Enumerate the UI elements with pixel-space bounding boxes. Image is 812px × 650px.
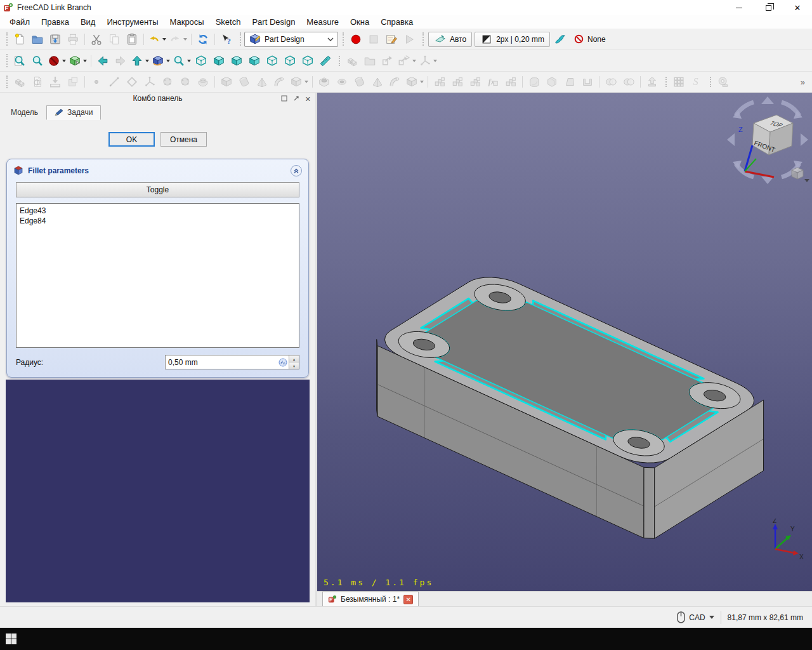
menu-tools[interactable]: Инструменты [101, 16, 164, 28]
macro-play-button[interactable] [400, 30, 418, 48]
dock-close-button[interactable]: ✕ [305, 96, 311, 102]
toolbar-drag-handle[interactable] [343, 32, 344, 46]
document-tab-close-button[interactable]: ✕ [403, 595, 413, 604]
redo-button[interactable] [167, 30, 188, 48]
additive-pipe-button[interactable] [271, 73, 289, 91]
document-tab[interactable]: Безымянный : 1* ✕ [322, 592, 419, 606]
additive-helix-button[interactable] [289, 73, 310, 91]
refresh-button[interactable] [194, 30, 212, 48]
open-file-button[interactable] [29, 30, 46, 48]
menu-file[interactable]: Файл [4, 16, 36, 28]
shape-string-button[interactable]: S [688, 73, 705, 91]
zoom-button[interactable] [171, 52, 192, 70]
toolbar-drag-handle[interactable] [240, 32, 241, 46]
radius-spin-down-button[interactable]: ▾ [289, 362, 299, 369]
tab-model[interactable]: Модель [3, 105, 46, 120]
draft-button[interactable] [561, 73, 579, 91]
edge-list-item[interactable]: Edge43 [16, 206, 299, 216]
measure-button[interactable] [317, 52, 334, 70]
combo-panel-titlebar[interactable]: Комбо панель ✕ [0, 93, 315, 104]
whats-this-button[interactable]: ? [218, 30, 235, 48]
nav-back-button[interactable] [94, 52, 112, 70]
polar-pattern-button[interactable] [466, 73, 484, 91]
migrate-button[interactable] [643, 73, 661, 91]
fit-all-button[interactable] [11, 52, 29, 70]
line-width-button[interactable]: 2px | 0,20 mm [475, 32, 550, 47]
menu-measure[interactable]: Measure [301, 16, 344, 28]
print-button[interactable] [64, 30, 82, 48]
view-axonometric-button[interactable] [192, 52, 210, 70]
copy-button[interactable] [105, 30, 123, 48]
minimize-button[interactable] [724, 0, 754, 15]
auto-appearance-button[interactable]: Авто [428, 32, 472, 47]
home-view-button[interactable] [150, 52, 171, 70]
sprite-sheet-button[interactable] [670, 73, 688, 91]
hole-button[interactable] [333, 73, 351, 91]
new-file-button[interactable] [11, 30, 29, 48]
menu-view[interactable]: Вид [75, 16, 102, 28]
datum-point-button[interactable] [88, 73, 105, 91]
expression-editor-icon[interactable] [278, 358, 287, 367]
cancel-button[interactable]: Отмена [160, 132, 207, 147]
edge-list[interactable]: Edge43Edge84 [16, 203, 299, 348]
pocket-button[interactable] [315, 73, 333, 91]
chamfer-button[interactable] [543, 73, 561, 91]
create-datum-button[interactable] [417, 52, 438, 70]
subtractive-loft-button[interactable] [369, 73, 386, 91]
view-top-button[interactable] [228, 52, 246, 70]
dock-float-button[interactable] [281, 95, 287, 103]
paste-button[interactable] [123, 30, 141, 48]
menu-edit[interactable]: Правка [36, 16, 75, 28]
close-button[interactable]: ✕ [783, 0, 812, 15]
toolbar-drag-handle[interactable] [422, 32, 424, 46]
toggle-button[interactable]: Toggle [16, 182, 299, 197]
multitransform-button[interactable] [502, 73, 520, 91]
subtractive-pipe-button[interactable] [386, 73, 404, 91]
restore-button[interactable] [754, 0, 783, 15]
groove-button[interactable] [351, 73, 369, 91]
toolbar-drag-handle[interactable] [6, 32, 8, 46]
dock-undock-button[interactable] [293, 95, 299, 103]
edge-list-item[interactable]: Edge84 [16, 216, 299, 226]
make-sub-link-button[interactable] [396, 52, 417, 70]
radius-spin-up-button[interactable]: ▴ [289, 355, 299, 362]
map-sketch-button[interactable] [46, 73, 64, 91]
create-multitransform-button[interactable]: fx [484, 73, 502, 91]
selection-filter-none[interactable]: None [569, 34, 610, 44]
local-coordinate-system-button[interactable] [141, 73, 159, 91]
3d-view[interactable]: TOP FRONT Z [317, 93, 812, 591]
view-right-button[interactable] [246, 52, 263, 70]
pad-button[interactable] [218, 73, 235, 91]
nav-forward-button[interactable] [112, 52, 129, 70]
create-sketch-button[interactable] [29, 73, 46, 91]
menu-sketch[interactable]: Sketch [210, 16, 247, 28]
create-part-button[interactable] [343, 52, 361, 70]
create-body-button[interactable] [11, 73, 29, 91]
menu-windows[interactable]: Окна [344, 16, 375, 28]
linear-pattern-button[interactable] [449, 73, 466, 91]
macro-edit-button[interactable] [383, 30, 400, 48]
thickness-button[interactable] [579, 73, 596, 91]
draw-style-button[interactable] [67, 52, 88, 70]
toolbar-drag-handle[interactable] [665, 77, 667, 87]
workbench-selector[interactable]: Part Design [244, 32, 338, 47]
fillet-button[interactable] [525, 73, 543, 91]
boolean-cut-button[interactable] [620, 73, 638, 91]
toolbar-drag-handle[interactable] [6, 76, 8, 88]
macro-stop-button[interactable] [365, 30, 383, 48]
mirrored-button[interactable] [431, 73, 449, 91]
view-rear-button[interactable] [263, 52, 281, 70]
save-file-button[interactable] [46, 30, 64, 48]
edit-feature-button[interactable] [64, 73, 82, 91]
view-left-button[interactable] [299, 52, 317, 70]
macro-record-button[interactable] [347, 30, 365, 48]
clone-button[interactable] [194, 73, 212, 91]
toolbar-drag-handle[interactable] [6, 54, 8, 67]
datum-line-button[interactable] [105, 73, 123, 91]
collapse-button[interactable] [291, 165, 302, 176]
measure-tape-button[interactable] [714, 73, 732, 91]
view-bottom-button[interactable] [281, 52, 299, 70]
menu-help[interactable]: Справка [375, 16, 419, 28]
tab-tasks[interactable]: Задачи [46, 105, 101, 120]
undo-button[interactable] [147, 30, 167, 48]
